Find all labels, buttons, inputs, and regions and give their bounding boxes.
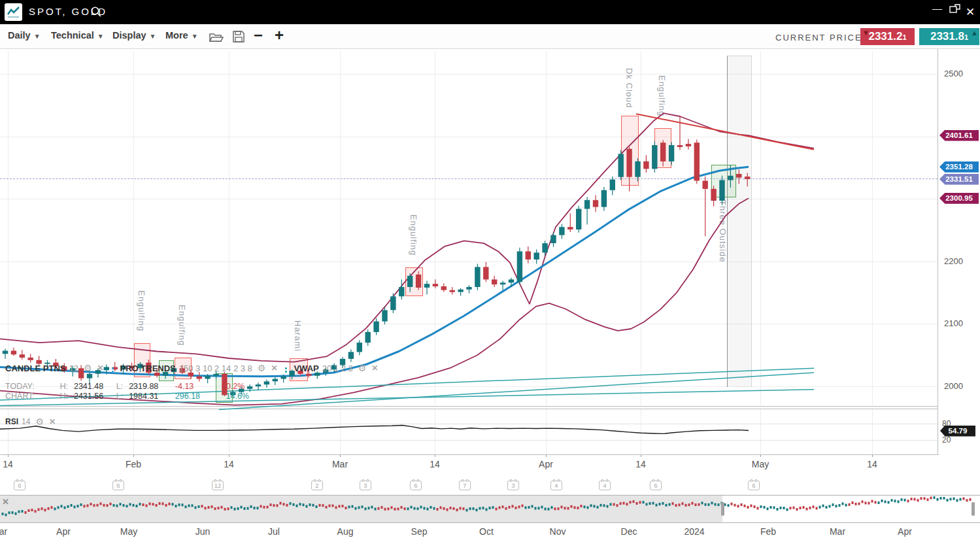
candlestick [348,352,354,359]
mini-candle [783,507,785,509]
mini-candle [871,500,873,503]
candlestick [3,351,8,354]
mini-candle [901,498,903,501]
mini-candle [224,508,226,511]
mini-candle [41,507,43,510]
today-stats-row: TODAY: H: 2341.48 L: 2319.88 -4.13 -0.2% [5,382,245,391]
mini-candle [214,507,216,510]
candlestick [28,358,33,360]
indicator-legend-row: CANDLE PTNS 12 ⚙ ✕ PRO TRENDS 150 3 10 2… [5,363,378,373]
mini-candle [744,505,746,507]
close-icon[interactable]: ✕ [2,497,9,507]
gear-icon[interactable]: ⚙ [358,363,367,373]
mini-candle [800,507,802,509]
chart-change: 296.18 [175,392,200,401]
close-icon[interactable]: ✕ [97,363,103,373]
close-icon[interactable]: ✕ [49,417,56,426]
mini-candle [110,503,112,505]
mini-candle [299,503,301,505]
mini-candle [548,508,550,511]
mini-candle [411,506,413,509]
mini-candle [505,507,507,510]
candlestick [542,243,547,252]
candlestick [20,354,25,358]
mini-candle [600,504,602,507]
range-navigator[interactable]: ✕ [0,495,980,523]
navigator-left-handle[interactable] [721,502,724,516]
mini-candle [267,506,269,509]
mini-candle [322,504,324,507]
today-high: 2341.48 [74,382,103,391]
mini-candle [198,505,200,508]
mini-candle [178,503,180,506]
candlestick [736,174,741,178]
mini-candle [708,503,710,506]
mini-candle [397,508,399,511]
candlestick [373,322,379,332]
mini-candle [639,501,641,503]
today-change: -4.13 [175,382,194,391]
mini-candle [626,503,628,505]
mini-candle [365,507,367,510]
mini-candle [786,509,788,511]
mini-candle [777,508,779,511]
candlestick [256,384,261,386]
mini-candle [499,507,501,509]
mini-candle [433,507,435,510]
mini-candle [858,503,860,505]
mini-candle [607,505,609,508]
mini-candle [489,507,491,509]
candlestick [213,374,218,376]
mini-candle [822,505,824,507]
mini-candle [492,506,494,509]
close-icon[interactable]: ✕ [371,363,378,373]
mini-candle [682,502,684,505]
candlestick [584,200,590,209]
navigator-right-handle[interactable] [972,502,975,516]
mini-candle [613,503,615,506]
close-icon[interactable]: ✕ [271,363,277,373]
candlestick [441,286,447,290]
mini-candle [630,501,632,503]
mini-candle [250,505,252,508]
mini-candle [953,498,955,500]
mini-candle [943,497,945,499]
mini-candle [165,504,167,507]
mini-candle [842,503,844,505]
mini-candle [610,503,612,506]
mini-candle [502,505,504,508]
candlestick [306,374,311,376]
mini-candle [581,505,583,507]
mini-candle [832,503,834,506]
mini-candle [466,509,468,511]
gear-icon[interactable]: ⚙ [84,363,92,373]
navigator-canvas [0,496,980,523]
mini-candle [554,507,556,510]
mini-candle [270,503,272,506]
mini-candle [231,506,233,509]
mini-candle [806,508,808,511]
mini-candle [845,504,847,507]
mini-candle [701,501,703,504]
mini-candle [424,507,426,510]
mini-candle [767,507,769,510]
mini-candle [891,499,893,501]
candlestick [626,149,632,177]
mini-candle [836,505,837,507]
candlestick [382,310,387,321]
mini-candle [175,505,177,507]
mini-candle [427,508,429,511]
mini-candle [790,507,792,509]
mini-candle [263,506,265,509]
gear-icon[interactable]: ⚙ [258,363,266,373]
mini-candle [512,505,514,507]
mini-candle [914,498,916,501]
mini-candle [342,505,344,507]
mini-candle [698,503,700,506]
series-marker [112,367,114,369]
gear-icon[interactable]: ⚙ [35,416,44,427]
candlestick [475,267,480,287]
candlestick [601,190,607,207]
legend-vwap: VWAP [294,363,318,373]
mini-candle [705,503,707,506]
